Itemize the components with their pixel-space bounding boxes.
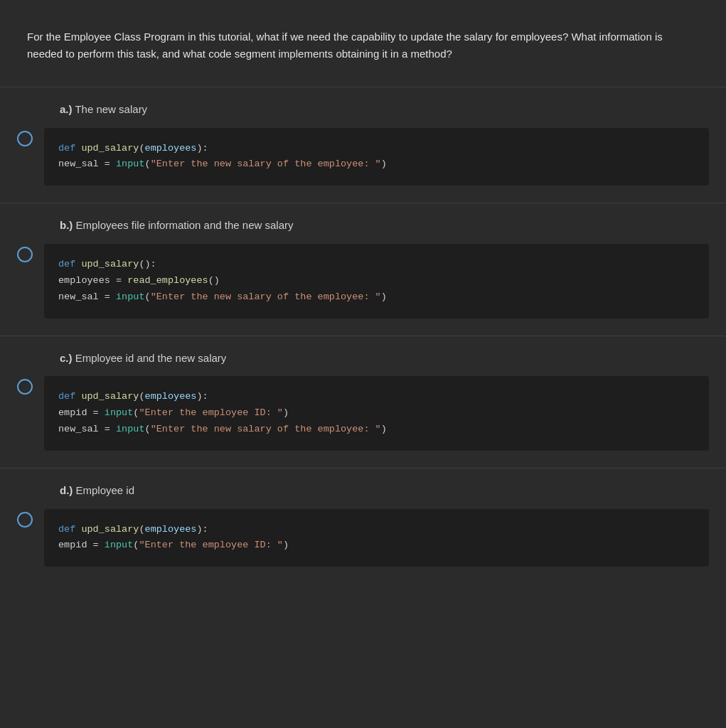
code-span: (): xyxy=(139,259,156,269)
code-span: input xyxy=(105,540,134,550)
option-b-row: def upd_salary(): employees = read_emplo… xyxy=(17,244,709,318)
option-c-radio[interactable] xyxy=(17,379,33,395)
code-span: ): xyxy=(196,143,208,154)
option-b-container: b.) Employees file information and the n… xyxy=(0,203,726,335)
code-span: employees = xyxy=(58,275,127,286)
code-span: new_sal = xyxy=(58,424,116,434)
option-a-row: def upd_salary(employees): new_sal = inp… xyxy=(17,128,709,186)
code-span: input xyxy=(116,159,145,169)
code-span: employees xyxy=(145,143,197,154)
code-span: ): xyxy=(196,524,208,535)
code-span: def xyxy=(58,391,81,402)
code-span: "Enter the employee ID: " xyxy=(139,407,283,418)
code-span: ( xyxy=(139,524,144,535)
code-span: def xyxy=(58,524,81,535)
option-a-container: a.) The new salarydef upd_salary(employe… xyxy=(0,87,726,203)
code-span: def xyxy=(58,143,81,154)
code-span: def xyxy=(58,259,81,269)
code-span: new_sal = xyxy=(58,291,116,302)
code-span: input xyxy=(105,407,134,418)
code-span: empid = xyxy=(58,540,105,550)
code-span: upd_salary xyxy=(81,259,139,269)
code-span: ): xyxy=(196,391,208,402)
question-text: For the Employee Class Program in this t… xyxy=(17,14,709,75)
code-span: ) xyxy=(283,407,289,418)
option-c-label: c.) Employee id and the new salary xyxy=(17,350,709,367)
option-d-code: def upd_salary(employees): empid = input… xyxy=(44,509,709,567)
code-span: ) xyxy=(283,540,289,550)
code-span: ( xyxy=(139,143,144,154)
code-span: upd_salary xyxy=(81,391,139,402)
option-c-container: c.) Employee id and the new salarydef up… xyxy=(0,336,726,468)
option-d-row: def upd_salary(employees): empid = input… xyxy=(17,509,709,567)
option-a-radio[interactable] xyxy=(17,131,33,146)
code-span: ) xyxy=(381,424,387,434)
code-span: ) xyxy=(381,291,387,302)
option-a-label: a.) The new salary xyxy=(17,102,709,118)
code-span: read_employees xyxy=(127,275,208,286)
code-span: ( xyxy=(145,291,151,302)
code-span: "Enter the employee ID: " xyxy=(139,540,283,550)
option-c-code: def upd_salary(employees): empid = input… xyxy=(44,376,709,451)
code-span: ( xyxy=(139,391,144,402)
option-d-radio[interactable] xyxy=(17,512,33,528)
code-span: () xyxy=(208,275,220,286)
code-span: input xyxy=(116,291,145,302)
code-span: "Enter the new salary of the employee: " xyxy=(151,159,381,169)
option-b-label: b.) Employees file information and the n… xyxy=(17,218,709,234)
options-container: a.) The new salarydef upd_salary(employe… xyxy=(0,87,726,584)
code-span: employees xyxy=(145,524,197,535)
code-span: input xyxy=(116,424,145,434)
option-d-container: d.) Employee iddef upd_salary(employees)… xyxy=(0,469,726,584)
code-span: upd_salary xyxy=(81,524,139,535)
code-span: ( xyxy=(145,424,151,434)
option-c-row: def upd_salary(employees): empid = input… xyxy=(17,376,709,451)
code-span: new_sal = xyxy=(58,159,116,169)
option-b-code: def upd_salary(): employees = read_emplo… xyxy=(44,244,709,318)
code-span: empid = xyxy=(58,407,105,418)
option-d-label: d.) Employee id xyxy=(17,483,709,499)
code-span: employees xyxy=(145,391,197,402)
code-span: ) xyxy=(381,159,387,169)
code-span: upd_salary xyxy=(81,143,139,154)
option-a-code: def upd_salary(employees): new_sal = inp… xyxy=(44,128,709,186)
code-span: "Enter the new salary of the employee: " xyxy=(151,291,381,302)
code-span: "Enter the new salary of the employee: " xyxy=(151,424,381,434)
code-span: ( xyxy=(145,159,151,169)
option-b-radio[interactable] xyxy=(17,247,33,262)
question-block: For the Employee Class Program in this t… xyxy=(0,0,726,87)
